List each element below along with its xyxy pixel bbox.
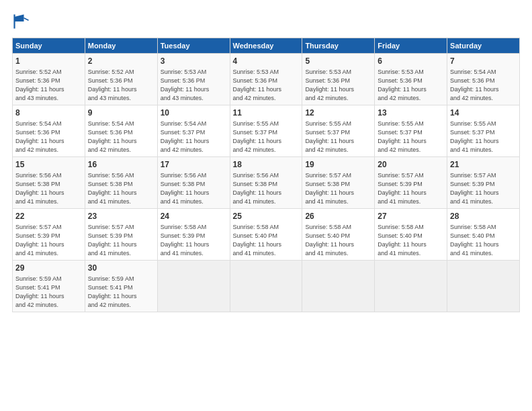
logo-icon [12,12,31,31]
header-day-wednesday: Wednesday [230,38,302,54]
day-number: 6 [378,56,444,67]
day-info: Sunrise: 5:55 AM Sunset: 5:37 PM Dayligh… [450,120,517,154]
week-row-2: 8Sunrise: 5:54 AM Sunset: 5:36 PM Daylig… [13,105,520,156]
day-cell: 3Sunrise: 5:53 AM Sunset: 5:36 PM Daylig… [157,54,230,105]
day-cell: 30Sunrise: 5:59 AM Sunset: 5:41 PM Dayli… [85,260,157,312]
day-cell: 5Sunrise: 5:53 AM Sunset: 5:36 PM Daylig… [302,54,375,105]
day-cell: 28Sunrise: 5:58 AM Sunset: 5:40 PM Dayli… [447,208,520,260]
header-day-sunday: Sunday [13,38,85,54]
week-row-4: 22Sunrise: 5:57 AM Sunset: 5:39 PM Dayli… [13,208,520,260]
day-info: Sunrise: 5:53 AM Sunset: 5:36 PM Dayligh… [378,68,444,103]
logo [12,12,34,31]
day-cell: 17Sunrise: 5:56 AM Sunset: 5:38 PM Dayli… [157,156,230,208]
day-info: Sunrise: 5:57 AM Sunset: 5:39 PM Dayligh… [378,171,444,206]
day-info: Sunrise: 5:54 AM Sunset: 5:36 PM Dayligh… [450,68,517,103]
week-row-1: 1Sunrise: 5:52 AM Sunset: 5:36 PM Daylig… [13,54,520,105]
day-cell: 9Sunrise: 5:54 AM Sunset: 5:36 PM Daylig… [85,105,157,156]
calendar-table: SundayMondayTuesdayWednesdayThursdayFrid… [12,38,520,312]
day-number: 10 [161,107,227,119]
calendar-page: SundayMondayTuesdayWednesdayThursdayFrid… [0,0,532,411]
day-cell [447,260,520,312]
day-number: 20 [378,159,444,171]
day-info: Sunrise: 5:53 AM Sunset: 5:36 PM Dayligh… [233,68,300,103]
day-number: 22 [15,211,82,222]
header-day-thursday: Thursday [302,38,375,54]
day-cell: 2Sunrise: 5:52 AM Sunset: 5:36 PM Daylig… [85,54,157,105]
day-cell: 10Sunrise: 5:54 AM Sunset: 5:37 PM Dayli… [157,105,230,156]
day-number: 21 [450,159,517,171]
day-cell: 7Sunrise: 5:54 AM Sunset: 5:36 PM Daylig… [447,54,520,105]
day-number: 15 [15,159,82,171]
day-number: 8 [15,107,82,119]
day-cell: 11Sunrise: 5:55 AM Sunset: 5:37 PM Dayli… [230,105,302,156]
day-number: 23 [88,211,154,222]
day-number: 18 [233,159,300,171]
day-cell [230,260,302,312]
day-number: 7 [450,56,517,67]
day-cell: 16Sunrise: 5:56 AM Sunset: 5:38 PM Dayli… [85,156,157,208]
day-cell: 25Sunrise: 5:58 AM Sunset: 5:40 PM Dayli… [230,208,302,260]
day-info: Sunrise: 5:55 AM Sunset: 5:37 PM Dayligh… [305,120,371,154]
day-info: Sunrise: 5:56 AM Sunset: 5:38 PM Dayligh… [233,171,300,206]
day-info: Sunrise: 5:57 AM Sunset: 5:38 PM Dayligh… [305,171,371,206]
day-cell: 1Sunrise: 5:52 AM Sunset: 5:36 PM Daylig… [13,54,85,105]
header-row: SundayMondayTuesdayWednesdayThursdayFrid… [13,38,520,54]
day-cell: 27Sunrise: 5:58 AM Sunset: 5:40 PM Dayli… [375,208,447,260]
day-number: 14 [450,107,517,119]
day-info: Sunrise: 5:57 AM Sunset: 5:39 PM Dayligh… [450,171,517,206]
day-number: 5 [305,56,371,67]
day-cell: 15Sunrise: 5:56 AM Sunset: 5:38 PM Dayli… [13,156,85,208]
day-info: Sunrise: 5:52 AM Sunset: 5:36 PM Dayligh… [15,68,82,103]
day-number: 17 [161,159,227,171]
header-day-tuesday: Tuesday [157,38,230,54]
header [12,12,520,31]
day-info: Sunrise: 5:52 AM Sunset: 5:36 PM Dayligh… [88,68,154,103]
day-info: Sunrise: 5:53 AM Sunset: 5:36 PM Dayligh… [305,68,371,103]
day-number: 1 [15,56,82,67]
day-cell: 22Sunrise: 5:57 AM Sunset: 5:39 PM Dayli… [13,208,85,260]
day-number: 13 [378,107,444,119]
day-info: Sunrise: 5:58 AM Sunset: 5:40 PM Dayligh… [305,223,371,258]
day-cell: 12Sunrise: 5:55 AM Sunset: 5:37 PM Dayli… [302,105,375,156]
header-day-friday: Friday [375,38,447,54]
day-number: 24 [161,211,227,222]
day-cell [375,260,447,312]
day-info: Sunrise: 5:54 AM Sunset: 5:37 PM Dayligh… [161,120,227,154]
day-cell: 21Sunrise: 5:57 AM Sunset: 5:39 PM Dayli… [447,156,520,208]
day-info: Sunrise: 5:53 AM Sunset: 5:36 PM Dayligh… [161,68,227,103]
day-number: 9 [88,107,154,119]
day-cell [157,260,230,312]
day-number: 4 [233,56,300,67]
day-info: Sunrise: 5:57 AM Sunset: 5:39 PM Dayligh… [15,223,82,258]
day-info: Sunrise: 5:54 AM Sunset: 5:36 PM Dayligh… [88,120,154,154]
day-cell [302,260,375,312]
week-row-3: 15Sunrise: 5:56 AM Sunset: 5:38 PM Dayli… [13,156,520,208]
day-cell: 4Sunrise: 5:53 AM Sunset: 5:36 PM Daylig… [230,54,302,105]
day-info: Sunrise: 5:55 AM Sunset: 5:37 PM Dayligh… [378,120,444,154]
day-number: 19 [305,159,371,171]
day-number: 28 [450,211,517,222]
day-number: 26 [305,211,371,222]
day-cell: 26Sunrise: 5:58 AM Sunset: 5:40 PM Dayli… [302,208,375,260]
week-row-5: 29Sunrise: 5:59 AM Sunset: 5:41 PM Dayli… [13,260,520,312]
day-info: Sunrise: 5:58 AM Sunset: 5:40 PM Dayligh… [378,223,444,258]
day-cell: 24Sunrise: 5:58 AM Sunset: 5:39 PM Dayli… [157,208,230,260]
day-info: Sunrise: 5:57 AM Sunset: 5:39 PM Dayligh… [88,223,154,258]
day-info: Sunrise: 5:56 AM Sunset: 5:38 PM Dayligh… [15,171,82,206]
header-day-monday: Monday [85,38,157,54]
day-cell: 14Sunrise: 5:55 AM Sunset: 5:37 PM Dayli… [447,105,520,156]
day-info: Sunrise: 5:58 AM Sunset: 5:40 PM Dayligh… [233,223,300,258]
day-info: Sunrise: 5:59 AM Sunset: 5:41 PM Dayligh… [88,275,154,310]
day-cell: 6Sunrise: 5:53 AM Sunset: 5:36 PM Daylig… [375,54,447,105]
day-info: Sunrise: 5:58 AM Sunset: 5:40 PM Dayligh… [450,223,517,258]
day-number: 29 [15,263,82,274]
day-info: Sunrise: 5:58 AM Sunset: 5:39 PM Dayligh… [161,223,227,258]
day-number: 16 [88,159,154,171]
day-number: 12 [305,107,371,119]
day-cell: 20Sunrise: 5:57 AM Sunset: 5:39 PM Dayli… [375,156,447,208]
header-day-saturday: Saturday [447,38,520,54]
day-info: Sunrise: 5:55 AM Sunset: 5:37 PM Dayligh… [233,120,300,154]
day-number: 25 [233,211,300,222]
day-number: 27 [378,211,444,222]
day-cell: 19Sunrise: 5:57 AM Sunset: 5:38 PM Dayli… [302,156,375,208]
